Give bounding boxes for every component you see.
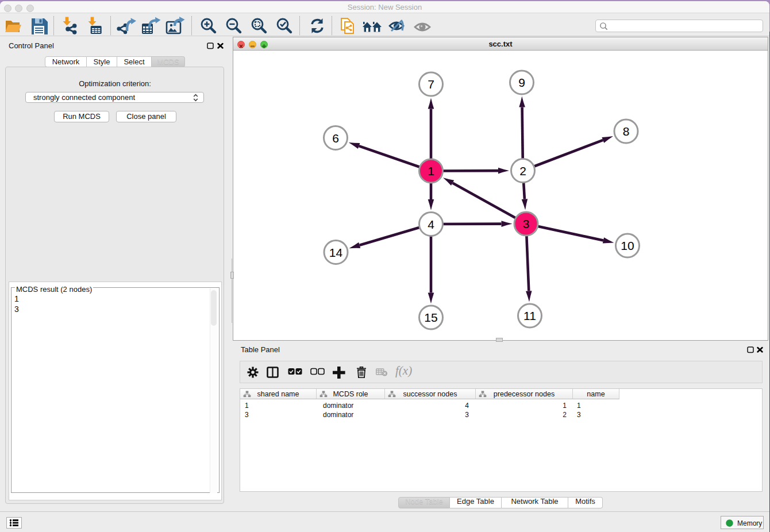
svg-text:10: 10 bbox=[621, 239, 634, 252]
svg-text:1: 1 bbox=[428, 164, 434, 178]
svg-text:2: 2 bbox=[519, 164, 526, 178]
svg-text:14: 14 bbox=[329, 246, 343, 259]
svg-text:9: 9 bbox=[518, 76, 525, 89]
svg-text:7: 7 bbox=[428, 78, 434, 91]
svg-text:6: 6 bbox=[332, 132, 339, 145]
svg-text:4: 4 bbox=[428, 218, 434, 231]
svg-text:11: 11 bbox=[523, 309, 536, 322]
svg-text:f(x): f(x) bbox=[395, 365, 412, 377]
svg-text:3: 3 bbox=[523, 217, 530, 230]
svg-text:15: 15 bbox=[424, 311, 437, 324]
svg-text:8: 8 bbox=[623, 125, 630, 138]
